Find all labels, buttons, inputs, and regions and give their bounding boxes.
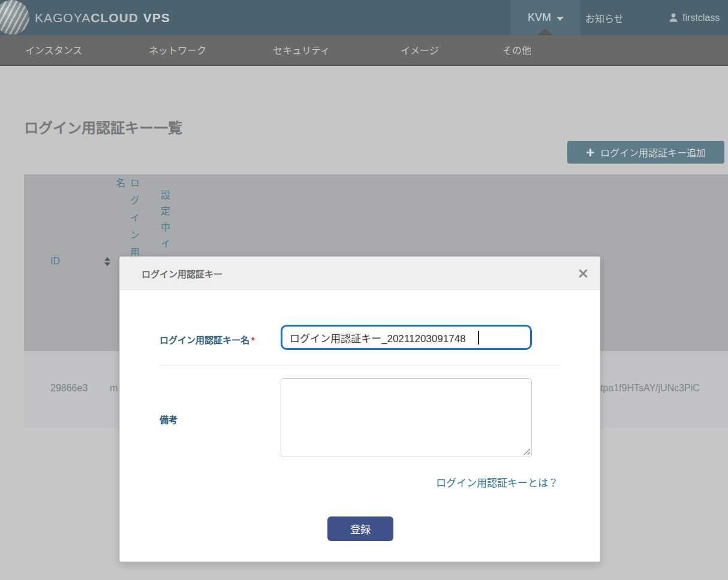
close-icon xyxy=(579,269,588,278)
plus-icon xyxy=(586,148,595,157)
nav-item-others[interactable]: その他 xyxy=(503,35,531,66)
brand-vps: VPS xyxy=(143,11,170,25)
nav-item-network[interactable]: ネットワーク xyxy=(149,35,206,66)
chevron-down-icon xyxy=(556,17,564,21)
help-link[interactable]: ログイン用認証キーとは？ xyxy=(436,475,558,490)
add-login-key-button-label: ログイン用認証キー追加 xyxy=(600,145,706,159)
key-name-label-text: ログイン用認証キー名 xyxy=(160,335,249,345)
key-name-label: ログイン用認証キー名* xyxy=(160,333,255,346)
nav-item-security[interactable]: セキュリティ xyxy=(273,35,330,66)
column-header-id-label: ID xyxy=(50,256,60,267)
resize-handle-icon[interactable] xyxy=(521,445,531,456)
required-asterisk: * xyxy=(251,335,255,345)
brand-cloud: CLOUD xyxy=(91,11,139,25)
user-menu[interactable]: firstclass xyxy=(669,0,720,35)
login-key-modal: ログイン用認証キー ログイン用認証キー名* 備考 ログイン用認証キーとは？ 登録 xyxy=(119,256,600,562)
cell-public-key: 0tpa1f9HTsAY/jUNc3PiC xyxy=(595,383,700,394)
text-caret xyxy=(478,331,479,345)
add-login-key-button[interactable]: ログイン用認証キー追加 xyxy=(567,141,724,164)
sort-icon xyxy=(104,257,110,266)
kagoya-logo-icon[interactable] xyxy=(0,0,29,35)
brand-logo[interactable]: KAGOYACLOUDVPS xyxy=(35,0,170,35)
kvm-menu-label: KVM xyxy=(528,11,551,24)
username-label: firstclass xyxy=(682,13,720,23)
cell-key-name: m xyxy=(110,383,118,394)
modal-header: ログイン用認証キー xyxy=(120,257,600,290)
app-window: KAGOYACLOUDVPS KVM お知らせ firstclass インスタン… xyxy=(0,0,728,580)
column-header-id[interactable]: ID xyxy=(50,256,110,267)
close-button[interactable] xyxy=(578,269,588,279)
key-name-input[interactable] xyxy=(281,325,532,350)
user-icon xyxy=(669,13,678,23)
menu-pointer-icon xyxy=(537,28,553,35)
cell-key-id: 29866e3 xyxy=(50,383,88,394)
nav-item-images[interactable]: イメージ xyxy=(401,35,439,66)
brand-kagoya: KAGOYA xyxy=(35,11,91,25)
sub-nav: インスタンス ネットワーク セキュリティ イメージ その他 xyxy=(0,35,728,66)
remarks-textarea[interactable] xyxy=(281,378,532,457)
submit-button[interactable]: 登録 xyxy=(327,516,393,541)
notice-link[interactable]: お知らせ xyxy=(585,0,624,35)
remarks-label: 備考 xyxy=(160,413,178,425)
form-divider xyxy=(160,365,561,365)
modal-title: ログイン用認証キー xyxy=(142,257,222,290)
nav-item-instances[interactable]: インスタンス xyxy=(25,35,82,66)
top-bar: KAGOYACLOUDVPS KVM お知らせ firstclass xyxy=(0,0,728,35)
page-title: ログイン用認証キー一覧 xyxy=(24,116,182,137)
